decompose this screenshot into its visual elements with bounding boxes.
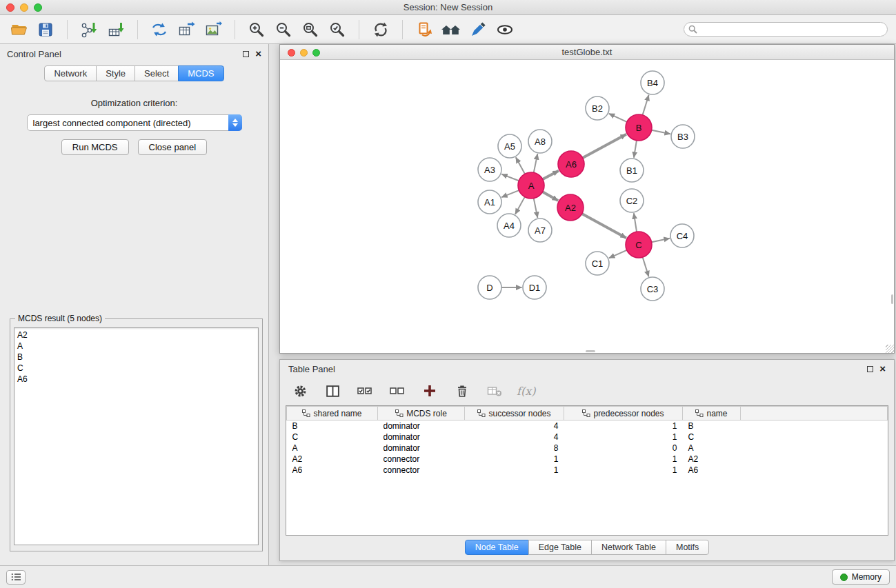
close-table-panel-icon[interactable]: × [879, 365, 886, 372]
delete-row-trash-icon[interactable] [452, 381, 472, 401]
table-cell[interactable]: connector [378, 465, 465, 476]
new-network-icon[interactable] [149, 19, 170, 40]
table-cell[interactable]: A6 [287, 465, 378, 476]
mcds-result-item[interactable]: A [14, 341, 258, 352]
table-cell[interactable]: 4 [465, 432, 564, 443]
show-columns-icon[interactable] [322, 381, 343, 401]
float-table-panel-icon[interactable] [867, 366, 873, 372]
graph-edge[interactable] [582, 214, 626, 238]
refresh-icon[interactable] [370, 19, 391, 40]
import-table-icon[interactable] [106, 19, 126, 40]
criterion-select[interactable]: largest connected component (directed) [27, 114, 242, 131]
import-network-icon[interactable] [79, 19, 99, 40]
graph-edge[interactable] [583, 134, 626, 158]
network-zoom-icon[interactable] [312, 49, 320, 57]
tab-select[interactable]: Select [135, 65, 179, 81]
mcds-result-list[interactable]: A2ABCA6 [14, 327, 259, 545]
network-canvas[interactable]: AA1A2A3A4A5A6A7A8BB1B2B3B4CC1C2C3C4DD1 [280, 60, 894, 353]
column-header-name[interactable]: name [683, 407, 741, 420]
tab-network[interactable]: Network [44, 65, 97, 81]
network-close-icon[interactable] [288, 49, 295, 57]
graph-edge[interactable] [543, 192, 559, 201]
column-header-successor-nodes[interactable]: successor nodes [465, 407, 564, 420]
table-cell[interactable]: 1 [465, 465, 564, 476]
tab-node-table[interactable]: Node Table [465, 540, 529, 555]
column-header-mcds-role[interactable]: MCDS role [378, 407, 465, 420]
tab-edge-table[interactable]: Edge Table [528, 540, 592, 555]
zoom-fit-icon[interactable] [300, 19, 321, 40]
memory-button[interactable]: Memory [832, 569, 890, 585]
table-row[interactable]: A2connector11A2 [287, 454, 888, 465]
mcds-result-item[interactable]: B [14, 352, 258, 363]
eye-icon[interactable] [495, 19, 515, 40]
graph-edge[interactable] [543, 171, 559, 179]
network-minimize-icon[interactable] [300, 49, 308, 57]
graph-edge[interactable] [652, 130, 670, 134]
close-window-icon[interactable] [6, 3, 14, 12]
table-row[interactable]: Cdominator41C [287, 432, 888, 443]
table-cell[interactable]: 1 [465, 454, 564, 465]
graph-edge[interactable] [643, 95, 649, 115]
style-brush-icon[interactable] [468, 19, 488, 40]
tab-style[interactable]: Style [96, 65, 135, 81]
table-cell[interactable]: A2 [683, 454, 741, 465]
graph-edge[interactable] [516, 157, 525, 174]
graph-edge[interactable] [634, 141, 637, 158]
minimize-window-icon[interactable] [20, 3, 28, 12]
table-cell[interactable]: B [683, 420, 741, 432]
graph-edge[interactable] [534, 154, 538, 172]
table-row[interactable]: A6connector11A6 [287, 465, 888, 476]
table-cell[interactable]: dominator [378, 443, 465, 454]
graph-edge[interactable] [609, 114, 627, 122]
close-panel-icon[interactable]: × [255, 50, 261, 57]
mcds-result-item[interactable]: A6 [14, 374, 258, 385]
add-column-icon[interactable] [419, 381, 440, 401]
table-cell[interactable]: 1 [564, 454, 683, 465]
table-cell[interactable]: 1 [564, 432, 683, 443]
table-cell[interactable]: dominator [378, 432, 465, 443]
graph-edge[interactable] [652, 239, 670, 242]
graph-edge[interactable] [534, 199, 538, 218]
select-all-icon[interactable] [355, 381, 375, 401]
run-mcds-button[interactable]: Run MCDS [61, 139, 129, 155]
show-panels-list-button[interactable] [6, 570, 26, 585]
zoom-selected-icon[interactable] [327, 19, 348, 40]
mcds-result-item[interactable]: A2 [14, 330, 258, 341]
table-cell[interactable]: A [683, 443, 741, 454]
table-cell[interactable]: C [683, 432, 741, 443]
table-row[interactable]: Bdominator41B [287, 420, 888, 432]
zoom-in-icon[interactable] [246, 19, 267, 40]
table-cell[interactable]: B [287, 420, 378, 432]
table-cell[interactable]: 1 [564, 465, 683, 476]
new-table-icon[interactable] [176, 19, 197, 40]
network-graph[interactable]: AA1A2A3A4A5A6A7A8BB1B2B3B4CC1C2C3C4DD1 [280, 60, 894, 353]
table-cell[interactable]: A [287, 443, 378, 454]
tab-network-table[interactable]: Network Table [591, 540, 666, 555]
horizontal-scrollbar[interactable] [586, 350, 595, 352]
zoom-out-icon[interactable] [273, 19, 294, 40]
search-input[interactable] [684, 22, 888, 37]
tab-mcds[interactable]: MCDS [178, 65, 223, 81]
table-cell[interactable]: dominator [378, 420, 465, 432]
table-cell[interactable]: connector [378, 454, 465, 465]
vertical-scrollbar[interactable] [891, 294, 893, 304]
graph-edge[interactable] [609, 250, 627, 258]
graph-edge[interactable] [501, 174, 519, 181]
close-panel-button[interactable]: Close panel [138, 139, 208, 155]
tab-motifs[interactable]: Motifs [666, 540, 709, 555]
table-cell[interactable]: 4 [465, 420, 564, 432]
table-cell[interactable]: 0 [564, 443, 683, 454]
graph-edge[interactable] [634, 213, 637, 232]
network-window-titlebar[interactable]: testGlobe.txt [280, 45, 894, 60]
float-panel-icon[interactable] [243, 51, 249, 57]
table-settings-gear-icon[interactable] [290, 381, 310, 401]
table-cell[interactable]: C [287, 432, 378, 443]
table-cell[interactable]: A2 [287, 454, 378, 465]
graph-edge[interactable] [501, 190, 519, 197]
table-cell[interactable]: 8 [465, 443, 564, 454]
function-builder-icon[interactable]: f(x) [517, 385, 535, 398]
column-header-predecessor-nodes[interactable]: predecessor nodes [564, 407, 683, 420]
table-cell[interactable]: A6 [683, 465, 741, 476]
delete-column-icon[interactable] [484, 381, 505, 401]
zoom-window-icon[interactable] [34, 3, 42, 12]
